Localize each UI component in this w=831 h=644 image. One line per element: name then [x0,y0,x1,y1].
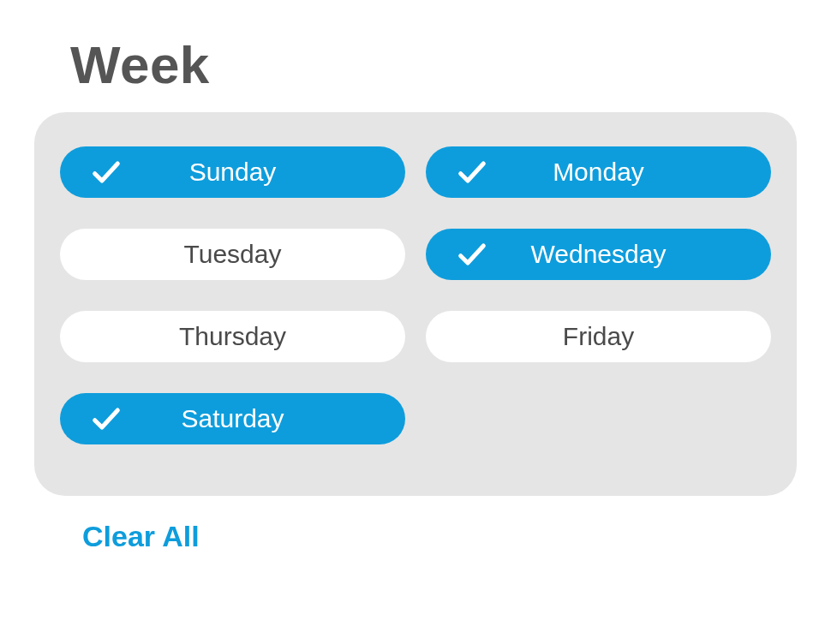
check-icon [89,402,123,436]
day-label: Sunday [189,158,277,187]
day-label: Friday [563,322,634,351]
day-button-tuesday[interactable]: Tuesday [60,229,405,280]
clear-all-button[interactable]: Clear All [82,520,200,553]
day-button-monday[interactable]: Monday [426,146,771,198]
day-label: Wednesday [531,240,667,269]
day-label: Tuesday [184,240,282,269]
day-button-saturday[interactable]: Saturday [60,393,405,444]
check-icon [455,155,489,189]
day-label: Saturday [181,404,284,433]
day-button-friday[interactable]: Friday [426,311,771,362]
day-button-sunday[interactable]: Sunday [60,146,405,198]
week-panel: Sunday Monday Tuesday Wednesday Thursday [34,112,797,496]
page-title: Week [70,34,797,95]
day-button-thursday[interactable]: Thursday [60,311,405,362]
day-button-wednesday[interactable]: Wednesday [426,229,771,280]
day-label: Thursday [179,322,286,351]
day-label: Monday [553,158,644,187]
check-icon [89,155,123,189]
check-icon [455,237,489,271]
day-grid: Sunday Monday Tuesday Wednesday Thursday [60,146,771,444]
